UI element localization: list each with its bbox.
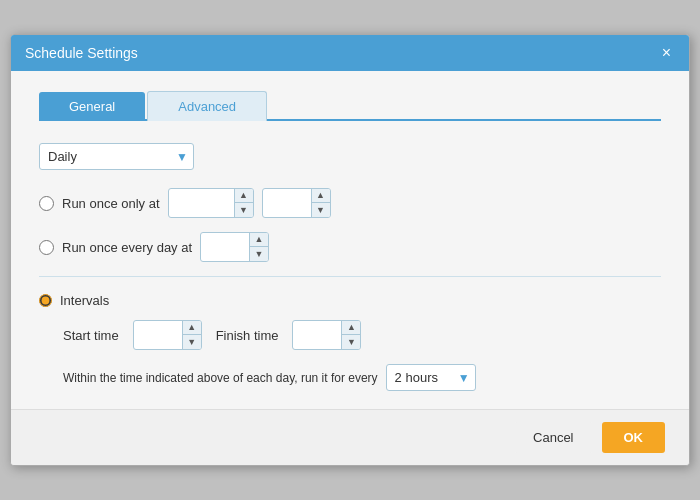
run-every-day-time-spin: 17:35 ▲ ▼ — [200, 232, 269, 262]
start-time-label: Start time — [63, 328, 119, 343]
run-every-day-time-spinners: ▲ ▼ — [249, 233, 268, 261]
run-every-day-time-down-button[interactable]: ▼ — [250, 247, 268, 261]
start-time-spinners: ▲ ▼ — [182, 321, 201, 349]
dialog-footer: Cancel OK — [11, 409, 689, 465]
start-finish-row: Start time 12:00 ▲ ▼ Finish time 22:00 ▲… — [63, 320, 661, 350]
title-bar: Schedule Settings × — [11, 35, 689, 71]
tab-advanced[interactable]: Advanced — [147, 91, 267, 121]
every-select[interactable]: 1 hours 2 hours 3 hours 4 hours 6 hours … — [386, 364, 476, 391]
run-once-time-up-button[interactable]: ▲ — [312, 189, 330, 203]
tab-bar: General Advanced — [39, 89, 661, 121]
every-dropdown-wrapper: 1 hours 2 hours 3 hours 4 hours 6 hours … — [386, 364, 476, 391]
run-once-row: Run once only at 2019/7/3 ▲ ▼ 17:35 ▲ ▼ — [39, 188, 661, 218]
run-once-time-spin: 17:35 ▲ ▼ — [262, 188, 331, 218]
run-once-time-spinners: ▲ ▼ — [311, 189, 330, 217]
start-time-down-button[interactable]: ▼ — [183, 335, 201, 349]
frequency-select-wrapper: Daily Weekly Monthly ▼ — [39, 143, 194, 170]
dialog-title: Schedule Settings — [25, 45, 138, 61]
start-time-input[interactable]: 12:00 — [134, 324, 182, 347]
run-every-day-row: Run once every day at 17:35 ▲ ▼ — [39, 232, 661, 262]
every-prefix-text: Within the time indicated above of each … — [63, 371, 378, 385]
run-once-label: Run once only at — [62, 196, 160, 211]
tab-general[interactable]: General — [39, 92, 145, 121]
finish-time-down-button[interactable]: ▼ — [342, 335, 360, 349]
dialog-body: General Advanced Daily Weekly Monthly ▼ … — [11, 71, 689, 409]
cancel-button[interactable]: Cancel — [515, 422, 591, 453]
run-every-day-time-up-button[interactable]: ▲ — [250, 233, 268, 247]
run-once-radio[interactable] — [39, 196, 54, 211]
run-every-day-radio[interactable] — [39, 240, 54, 255]
divider — [39, 276, 661, 277]
finish-time-up-button[interactable]: ▲ — [342, 321, 360, 335]
run-every-day-label: Run once every day at — [62, 240, 192, 255]
run-every-day-time-input[interactable]: 17:35 — [201, 236, 249, 259]
close-button[interactable]: × — [658, 45, 675, 61]
finish-time-label: Finish time — [216, 328, 279, 343]
finish-time-spinners: ▲ ▼ — [341, 321, 360, 349]
intervals-section: Intervals — [39, 293, 661, 308]
every-row: Within the time indicated above of each … — [63, 364, 661, 391]
intervals-inner: Start time 12:00 ▲ ▼ Finish time 22:00 ▲… — [39, 320, 661, 391]
start-time-spin: 12:00 ▲ ▼ — [133, 320, 202, 350]
run-once-time-input[interactable]: 17:35 — [263, 192, 311, 215]
frequency-select[interactable]: Daily Weekly Monthly — [39, 143, 194, 170]
schedule-settings-dialog: Schedule Settings × General Advanced Dai… — [10, 34, 690, 466]
run-once-date-spinners: ▲ ▼ — [234, 189, 253, 217]
frequency-row: Daily Weekly Monthly ▼ — [39, 143, 661, 170]
run-once-date-down-button[interactable]: ▼ — [235, 203, 253, 217]
run-once-date-spin: 2019/7/3 ▲ ▼ — [168, 188, 254, 218]
run-once-time-down-button[interactable]: ▼ — [312, 203, 330, 217]
start-time-up-button[interactable]: ▲ — [183, 321, 201, 335]
ok-button[interactable]: OK — [602, 422, 666, 453]
intervals-radio[interactable] — [39, 294, 52, 307]
run-once-date-input[interactable]: 2019/7/3 — [169, 192, 234, 215]
run-once-date-up-button[interactable]: ▲ — [235, 189, 253, 203]
finish-time-spin: 22:00 ▲ ▼ — [292, 320, 361, 350]
intervals-label: Intervals — [60, 293, 109, 308]
finish-time-input[interactable]: 22:00 — [293, 324, 341, 347]
